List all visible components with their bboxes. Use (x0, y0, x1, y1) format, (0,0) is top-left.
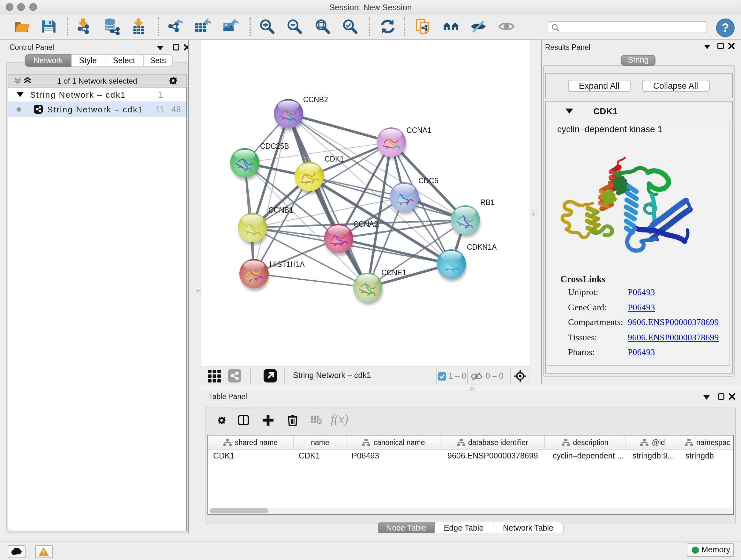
svg-text:CCNE1: CCNE1 (381, 268, 406, 277)
svg-text:CCNA1: CCNA1 (406, 126, 431, 134)
svg-text:CDC25B: CDC25B (260, 142, 289, 150)
svg-text:CDC6: CDC6 (418, 177, 438, 185)
svg-text:CDK1: CDK1 (324, 155, 344, 163)
svg-text:RB1: RB1 (480, 198, 494, 206)
svg-text:?: ? (721, 21, 729, 35)
svg-text:CDKN1A: CDKN1A (467, 243, 496, 251)
svg-text:CCNB2: CCNB2 (303, 96, 328, 104)
svg-text:CCNA2: CCNA2 (353, 220, 378, 228)
svg-text:CCNB1: CCNB1 (268, 206, 293, 214)
svg-text:HIST1H1A: HIST1H1A (269, 260, 305, 268)
